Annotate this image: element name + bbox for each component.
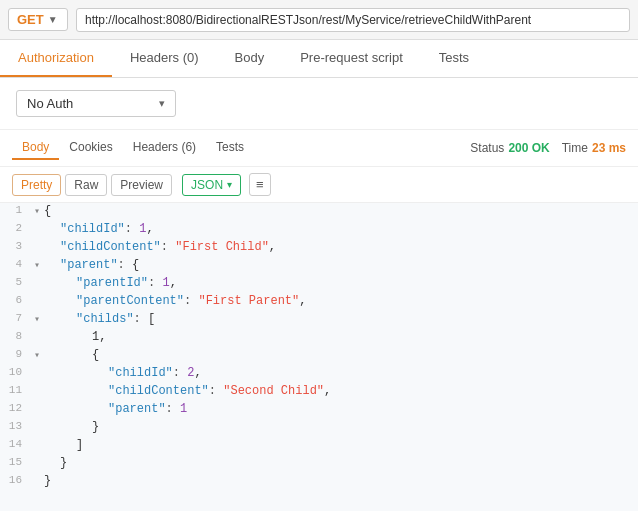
line-number: 14 <box>0 437 30 450</box>
status-code: 200 OK <box>508 141 549 155</box>
code-line: 6 "parentContent": "First Parent", <box>0 293 638 311</box>
line-number: 13 <box>0 419 30 432</box>
tab-headers[interactable]: Headers (0) <box>112 40 217 77</box>
auth-dropdown[interactable]: No Auth ▾ <box>16 90 176 117</box>
code-line: 15 } <box>0 455 638 473</box>
auth-value: No Auth <box>27 96 73 111</box>
code-line: 9▾{ <box>0 347 638 365</box>
tab-bar-top: Authorization Headers (0) Body Pre-reque… <box>0 40 638 78</box>
line-number: 12 <box>0 401 30 414</box>
tab-cookies[interactable]: Cookies <box>59 136 122 160</box>
line-content: } <box>44 473 638 488</box>
wrap-icon: ≡ <box>256 177 264 192</box>
method-dropdown[interactable]: GET ▼ <box>8 8 68 31</box>
line-number: 11 <box>0 383 30 396</box>
line-content: { <box>44 347 638 362</box>
tab-authorization[interactable]: Authorization <box>0 40 112 77</box>
url-input[interactable]: http://localhost:8080/BidirectionalRESTJ… <box>76 8 630 32</box>
collapse-icon <box>30 419 44 421</box>
line-number: 10 <box>0 365 30 378</box>
code-line: 5 "parentId": 1, <box>0 275 638 293</box>
code-line: 14 ] <box>0 437 638 455</box>
line-content: "parentId": 1, <box>44 275 638 290</box>
line-number: 4 <box>0 257 30 270</box>
line-number: 7 <box>0 311 30 324</box>
method-label: GET <box>17 12 44 27</box>
line-content: 1, <box>44 329 638 344</box>
line-content: { <box>44 203 638 218</box>
json-format-dropdown[interactable]: JSON ▾ <box>182 174 241 196</box>
collapse-icon <box>30 365 44 367</box>
code-line: 12 "parent": 1 <box>0 401 638 419</box>
line-content: ] <box>44 437 638 452</box>
code-line: 8 1, <box>0 329 638 347</box>
tab-bar-response: Body Cookies Headers (6) Tests Status 20… <box>0 130 638 167</box>
wrap-button[interactable]: ≡ <box>249 173 271 196</box>
collapse-icon <box>30 383 44 385</box>
line-content: "childContent": "First Child", <box>44 239 638 254</box>
line-number: 15 <box>0 455 30 468</box>
collapse-icon <box>30 293 44 295</box>
line-content: } <box>44 419 638 434</box>
line-number: 5 <box>0 275 30 288</box>
collapse-icon[interactable]: ▾ <box>30 347 44 361</box>
line-content: "parentContent": "First Parent", <box>44 293 638 308</box>
code-area: 1▾{2 "childId": 1,3 "childContent": "Fir… <box>0 203 638 511</box>
line-number: 1 <box>0 203 30 216</box>
collapse-icon <box>30 275 44 277</box>
json-chevron-icon: ▾ <box>227 179 232 190</box>
collapse-icon <box>30 239 44 241</box>
line-content: "childs": [ <box>44 311 638 326</box>
line-number: 6 <box>0 293 30 306</box>
json-format-label: JSON <box>191 178 223 192</box>
code-line: 1▾{ <box>0 203 638 221</box>
time-label: Time <box>562 141 588 155</box>
collapse-icon[interactable]: ▾ <box>30 257 44 271</box>
line-number: 9 <box>0 347 30 360</box>
time-value: 23 ms <box>592 141 626 155</box>
collapse-icon[interactable]: ▾ <box>30 311 44 325</box>
preview-button[interactable]: Preview <box>111 174 172 196</box>
collapse-icon <box>30 221 44 223</box>
code-line: 13 } <box>0 419 638 437</box>
auth-chevron-icon: ▾ <box>159 97 165 110</box>
line-number: 2 <box>0 221 30 234</box>
tab-tests-response[interactable]: Tests <box>206 136 254 160</box>
line-content: "childContent": "Second Child", <box>44 383 638 398</box>
collapse-icon <box>30 329 44 331</box>
collapse-icon <box>30 401 44 403</box>
raw-button[interactable]: Raw <box>65 174 107 196</box>
code-line: 4▾"parent": { <box>0 257 638 275</box>
line-content: "childId": 1, <box>44 221 638 236</box>
tab-body-top[interactable]: Body <box>217 40 283 77</box>
code-line: 3 "childContent": "First Child", <box>0 239 638 257</box>
collapse-icon <box>30 473 44 475</box>
collapse-icon <box>30 455 44 457</box>
method-chevron-icon: ▼ <box>48 14 58 25</box>
status-area: Status 200 OK Time 23 ms <box>470 141 626 155</box>
tab-body-response[interactable]: Body <box>12 136 59 160</box>
line-content: "parent": 1 <box>44 401 638 416</box>
code-line: 16 } <box>0 473 638 491</box>
collapse-icon[interactable]: ▾ <box>30 203 44 217</box>
tab-prerequest[interactable]: Pre-request script <box>282 40 421 77</box>
collapse-icon <box>30 437 44 439</box>
line-content: "childId": 2, <box>44 365 638 380</box>
auth-section: No Auth ▾ <box>0 78 638 130</box>
top-bar: GET ▼ http://localhost:8080/Bidirectiona… <box>0 0 638 40</box>
code-line: 2 "childId": 1, <box>0 221 638 239</box>
pretty-button[interactable]: Pretty <box>12 174 61 196</box>
main-content: Authorization Headers (0) Body Pre-reque… <box>0 40 638 511</box>
code-line: 10 "childId": 2, <box>0 365 638 383</box>
status-label: Status <box>470 141 504 155</box>
tab-tests-top[interactable]: Tests <box>421 40 487 77</box>
line-number: 8 <box>0 329 30 342</box>
line-content: } <box>44 455 638 470</box>
line-number: 16 <box>0 473 30 486</box>
code-line: 7▾"childs": [ <box>0 311 638 329</box>
tab-headers-response[interactable]: Headers (6) <box>123 136 206 160</box>
line-content: "parent": { <box>44 257 638 272</box>
line-number: 3 <box>0 239 30 252</box>
code-line: 11 "childContent": "Second Child", <box>0 383 638 401</box>
format-bar: Pretty Raw Preview JSON ▾ ≡ <box>0 167 638 203</box>
